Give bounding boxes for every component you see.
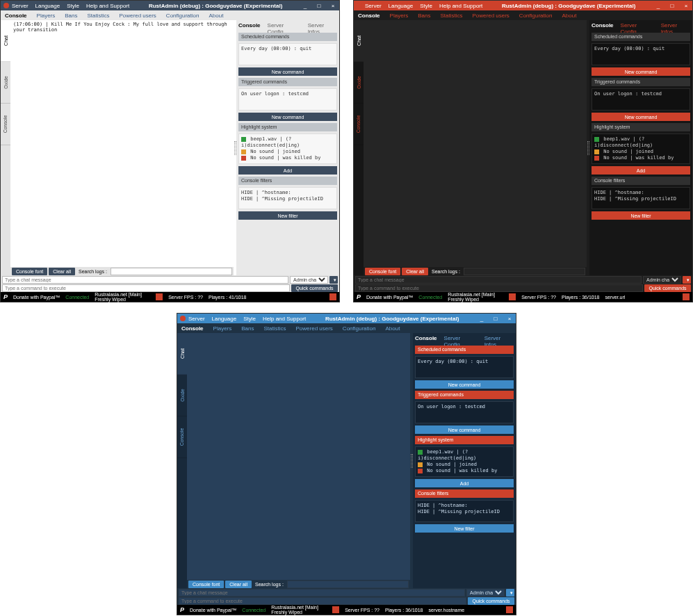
donate-link[interactable]: Donate with Paypal™: [190, 608, 236, 613]
donate-link[interactable]: Donate with Paypal™: [366, 295, 413, 300]
minimize-button[interactable]: _: [302, 3, 309, 9]
titlebar-menu-item[interactable]: Style: [243, 316, 256, 322]
nav-tab[interactable]: Statistics: [263, 325, 286, 332]
status-indicator-icon[interactable]: [506, 606, 513, 613]
titlebar-menu-item[interactable]: Language: [389, 3, 414, 9]
cf-action-button[interactable]: New filter: [238, 211, 337, 220]
nav-tab[interactable]: Powered users: [120, 13, 156, 19]
side-tab[interactable]: Oxide: [1, 62, 10, 104]
titlebar-menu-item[interactable]: Help and Support: [263, 316, 306, 322]
console-font-button[interactable]: Console font: [188, 581, 224, 588]
chat-dropdown-button[interactable]: ▾: [683, 276, 691, 284]
cf-body[interactable]: HIDE | ^hostname: HIDE | ^Missing projec…: [415, 500, 514, 522]
close-button[interactable]: ×: [683, 3, 690, 9]
hl-body[interactable]: beep1.wav | (?i)disconnect(ed|ing) No so…: [415, 446, 514, 477]
console-output[interactable]: [187, 333, 410, 580]
right-panel-tab[interactable]: Console: [238, 22, 261, 31]
console-font-button[interactable]: Console font: [365, 268, 400, 275]
side-tab[interactable]: Console: [354, 104, 364, 145]
sched-body[interactable]: Every day (00:00) : quit: [592, 43, 690, 65]
nav-tab[interactable]: Statistics: [440, 13, 462, 19]
highlight-row[interactable]: beep1.wav | (?i)disconnect(ed|ing): [594, 136, 687, 149]
nav-tab[interactable]: Configuration: [166, 13, 199, 19]
side-tab[interactable]: Oxide: [177, 375, 187, 416]
clear-all-button[interactable]: Clear all: [49, 268, 75, 275]
hl-action-button[interactable]: Add: [238, 166, 337, 175]
hl-action-button[interactable]: Add: [592, 166, 690, 175]
highlight-row[interactable]: No sound | was killed by: [418, 468, 511, 474]
status-indicator-icon[interactable]: [329, 293, 336, 300]
console-font-button[interactable]: Console font: [12, 268, 47, 275]
chat-dropdown-button[interactable]: ▾: [329, 276, 338, 284]
titlebar-menu-item[interactable]: Help and Support: [86, 3, 129, 9]
trig-body[interactable]: On user logon : testcmd: [238, 88, 337, 111]
search-logs-input[interactable]: [287, 581, 409, 588]
nav-tab[interactable]: About: [562, 13, 576, 19]
clear-all-button[interactable]: Clear all: [402, 268, 428, 275]
nav-tab[interactable]: Powered users: [296, 325, 333, 332]
chat-input[interactable]: [2, 276, 288, 284]
nav-tab[interactable]: Players: [37, 13, 56, 19]
nav-tab[interactable]: Configuration: [519, 13, 553, 19]
titlebar-menu-item[interactable]: Server: [365, 3, 382, 9]
status-indicator-icon[interactable]: [683, 293, 690, 300]
titlebar-menu-item[interactable]: Help and Support: [439, 3, 482, 9]
nav-tab[interactable]: Console: [181, 325, 204, 332]
side-tab[interactable]: Chat: [1, 20, 10, 62]
chat-input[interactable]: [179, 589, 465, 597]
titlebar-menu-item[interactable]: Style: [67, 3, 79, 9]
console-output[interactable]: (17:06:00) | Kill Me If You Enjoy Cock :…: [10, 20, 234, 267]
sched-body[interactable]: Every day (00:00) : quit: [415, 356, 514, 378]
nav-tab[interactable]: Players: [213, 325, 232, 332]
nav-tab[interactable]: Configuration: [343, 325, 376, 332]
maximize-button[interactable]: □: [492, 316, 499, 322]
hl-action-button[interactable]: Add: [415, 479, 514, 487]
hl-body[interactable]: beep1.wav | (?i)disconnect(ed|ing) No so…: [238, 133, 337, 164]
titlebar-menu-item[interactable]: Language: [212, 316, 237, 322]
cf-action-button[interactable]: New filter: [415, 524, 514, 533]
highlight-row[interactable]: beep1.wav | (?i)disconnect(ed|ing): [418, 449, 511, 462]
close-button[interactable]: ×: [329, 3, 336, 9]
cf-body[interactable]: HIDE | ^hostname: HIDE | ^Missing projec…: [592, 187, 690, 209]
nav-tab[interactable]: Statistics: [87, 13, 109, 19]
minimize-button[interactable]: _: [478, 316, 485, 322]
sched-action-button[interactable]: New command: [415, 380, 514, 389]
close-button[interactable]: ×: [506, 316, 513, 322]
maximize-button[interactable]: □: [669, 3, 676, 9]
right-panel-tab[interactable]: Server Config: [268, 22, 301, 31]
side-tab[interactable]: Console: [1, 104, 10, 145]
hl-body[interactable]: beep1.wav | (?i)disconnect(ed|ing) No so…: [592, 133, 690, 164]
right-panel-tab[interactable]: Server Infos: [308, 22, 337, 31]
nav-tab[interactable]: Bans: [65, 13, 77, 19]
side-tab[interactable]: Oxide: [354, 62, 364, 104]
donate-link[interactable]: Donate with Paypal™: [13, 295, 60, 300]
command-input[interactable]: [355, 284, 643, 292]
right-panel-tab[interactable]: Console: [592, 22, 614, 31]
search-logs-input[interactable]: [464, 268, 585, 275]
side-tab[interactable]: Chat: [177, 333, 187, 375]
highlight-row[interactable]: No sound | joined: [418, 462, 511, 468]
highlight-row[interactable]: No sound | was killed by: [594, 155, 687, 161]
quick-commands-button[interactable]: Quick commands: [468, 597, 514, 605]
nav-tab[interactable]: Bans: [418, 13, 430, 19]
side-tab[interactable]: Chat: [354, 20, 364, 62]
quick-commands-button[interactable]: Quick commands: [291, 284, 338, 292]
highlight-row[interactable]: beep1.wav | (?i)disconnect(ed|ing): [241, 136, 334, 149]
chat-target-select[interactable]: Admin chat: [290, 276, 328, 284]
status-indicator-icon[interactable]: [509, 293, 516, 300]
command-input[interactable]: [179, 597, 466, 605]
minimize-button[interactable]: _: [655, 3, 662, 9]
titlebar-menu-item[interactable]: Server: [188, 316, 205, 322]
highlight-row[interactable]: No sound | joined: [594, 149, 687, 155]
maximize-button[interactable]: □: [316, 3, 323, 9]
trig-body[interactable]: On user logon : testcmd: [592, 88, 690, 111]
trig-action-button[interactable]: New command: [238, 113, 337, 121]
cf-body[interactable]: HIDE | ^hostname: HIDE | ^Missing projec…: [238, 187, 337, 209]
clear-all-button[interactable]: Clear all: [225, 581, 252, 588]
nav-tab[interactable]: Console: [358, 13, 380, 19]
quick-commands-button[interactable]: Quick commands: [644, 284, 691, 292]
sched-action-button[interactable]: New command: [238, 67, 337, 76]
trig-action-button[interactable]: New command: [415, 425, 514, 434]
nav-tab[interactable]: Console: [5, 13, 27, 19]
right-panel-tab[interactable]: Server Infos: [661, 22, 690, 31]
